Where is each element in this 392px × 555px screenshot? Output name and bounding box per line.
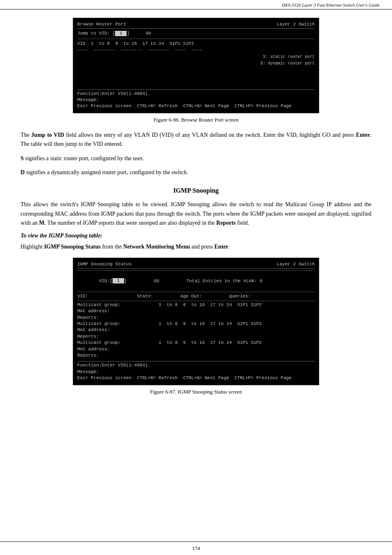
figure97-row3-reports: Reports: [77, 352, 315, 359]
body-para1: The Jump to VID field allows the entry o… [21, 131, 371, 149]
jump-to-vid-label: Jump to VID: [77, 31, 110, 36]
figure97-col-header: VID: State: Age Out: Queries: [77, 293, 315, 299]
body-para-s: S signifies a static router port, config… [21, 154, 371, 163]
figure97-vid-row: VID:[1] GO Total Entries in the VLAN: 0 [77, 272, 315, 290]
figure97-vid-input[interactable]: 1 [113, 278, 124, 283]
go-button-96[interactable]: GO [146, 31, 151, 36]
figure96-function: Function:Enter VID(1-4094). [77, 91, 315, 97]
figure96-jump-row: Jump to VID: [1] GO [77, 30, 315, 37]
bold-enter: Enter [356, 132, 370, 138]
figure97-row3-multicast: Multicast group: 1 to 8 9 to 16 17 to 24… [77, 340, 315, 346]
figure96-col-header: VID 1 to 8 9 to 16 17 to 24 S1P1 S1P2 [77, 41, 315, 47]
bold-jump-vid: Jump to VID [31, 132, 64, 138]
figure97-go[interactable]: GO [154, 279, 159, 283]
header-title: DES-3326 Layer 3 Fast Ethernet Switch Us… [282, 2, 380, 7]
figure96-bottom: Function:Enter VID(1-4094). Message: Esc… [77, 90, 315, 110]
bold-m: M [39, 220, 44, 226]
igmp-highlight-text: Highlight IGMP Snooping Status from the … [21, 242, 371, 251]
figure96-note-s: S: static router port [77, 54, 315, 60]
body-para-d: D signifies a dynamically assigned route… [21, 168, 371, 177]
figure97-bottom: Function:Enter VID(1-4094). Message: Esc… [77, 361, 315, 381]
figure97-vid-label: VID: [99, 279, 110, 283]
figure97-caption: Figure 6-97. IGMP Snooping Status screen [21, 389, 371, 395]
igmp-section-heading: IGMP Snooping [21, 187, 371, 194]
figure96-title-right: Layer 2 Switch [277, 21, 315, 28]
figure97-row2-reports: Reports: [77, 334, 315, 340]
figure97-total: Total Entries in the VLAN: 0 [187, 279, 263, 283]
figure97-function: Function:Enter VID(1-4094). [77, 362, 315, 368]
figure96-caption: Figure 6-96. Browse Router Port screen [21, 117, 371, 123]
page-container: DES-3326 Layer 3 Fast Ethernet Switch Us… [0, 0, 392, 555]
figure97-row1-reports: Reports: [77, 315, 315, 321]
figure96-note-d: D: dynamic router port [77, 61, 315, 67]
figure97-terminal: IGMP Snooping Status Layer 2 Switch VID:… [73, 258, 319, 385]
figure97-row1-multicast: Multicast group: 1 to 8 9 to 16 17 to 24… [77, 302, 315, 308]
figure97-row2-multicast: Multicast group: 1 to 8 9 to 16 17 to 24… [77, 321, 315, 327]
figure97-bottom-bar[interactable]: Esc= Previous screen CTRL+R= Refresh CTR… [77, 375, 315, 381]
page-footer: 174 [0, 541, 392, 555]
figure97-row3-mac: MAC address: [77, 346, 315, 352]
bold-igmp-status: IGMP Snooping Status [44, 244, 101, 250]
bold-enter2: Enter [214, 244, 228, 250]
figure97-title-right: Layer 2 Switch [277, 261, 315, 267]
figure96-title-row: Browse Router Port Layer 2 Switch [77, 21, 315, 29]
figure97-message: Message: [77, 369, 315, 375]
bold-reports: Reports [216, 220, 235, 226]
figure96-title-left: Browse Router Port [77, 21, 126, 28]
figure97-title-left: IGMP Snooping Status [77, 261, 131, 267]
content-area: Browse Router Port Layer 2 Switch Jump t… [0, 9, 392, 419]
bold-s: S [21, 155, 24, 161]
igmp-sub-heading: To view the IGMP Snooping table: [21, 233, 371, 239]
figure96-bottom-bar[interactable]: Esc= Previous screen CTRL+R= Refresh CTR… [77, 103, 315, 109]
igmp-para1: This allows the switch's IGMP Snooping t… [21, 200, 371, 228]
figure97-row1-mac: MAC address: [77, 308, 315, 314]
figure97-title-row: IGMP Snooping Status Layer 2 Switch [77, 261, 315, 269]
figure97-row2-mac: MAC address: [77, 327, 315, 333]
figure96-message: Message: [77, 97, 315, 103]
figure96-terminal: Browse Router Port Layer 2 Switch Jump t… [73, 18, 319, 113]
page-header: DES-3326 Layer 3 Fast Ethernet Switch Us… [0, 0, 392, 9]
bold-network-menu: Network Monitoring Menu [123, 244, 190, 250]
vid-input[interactable]: 1 [115, 31, 127, 36]
bold-d: D [21, 169, 25, 175]
page-number: 174 [192, 545, 200, 551]
figure96-col-dashes: ---- -------- -------- -------- ---- ---… [77, 47, 315, 53]
